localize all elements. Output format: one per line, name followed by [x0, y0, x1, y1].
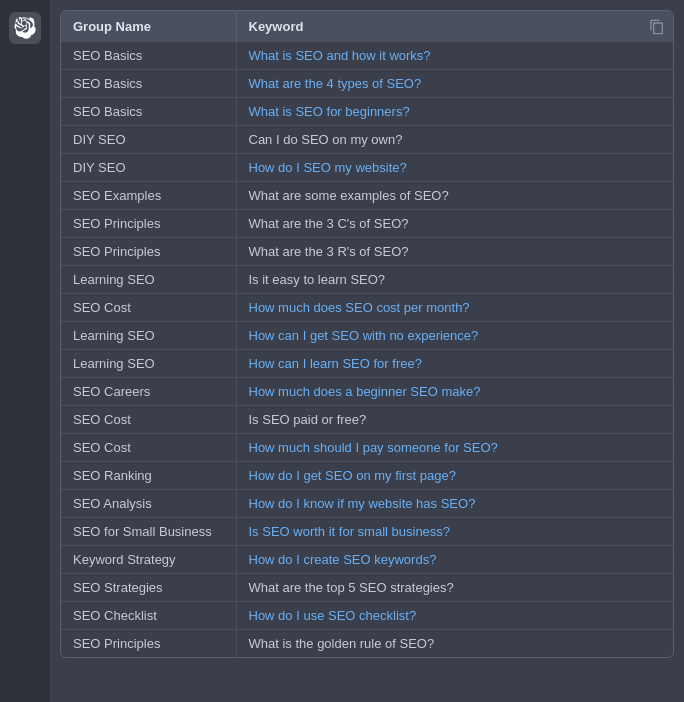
table-row: SEO BasicsWhat is SEO and how it works? — [61, 42, 673, 70]
cell-group-name: SEO Ranking — [61, 462, 236, 490]
table-row: SEO CostHow much does SEO cost per month… — [61, 294, 673, 322]
cell-keyword: Is it easy to learn SEO? — [236, 266, 673, 294]
copy-icon[interactable] — [649, 19, 665, 38]
cell-keyword: How much does SEO cost per month? — [236, 294, 673, 322]
app-logo[interactable] — [9, 12, 41, 44]
cell-group-name: SEO Strategies — [61, 574, 236, 602]
cell-group-name: Keyword Strategy — [61, 546, 236, 574]
table-row: Learning SEOIs it easy to learn SEO? — [61, 266, 673, 294]
cell-keyword: How do I create SEO keywords? — [236, 546, 673, 574]
cell-keyword: How do I use SEO checklist? — [236, 602, 673, 630]
cell-group-name: Learning SEO — [61, 322, 236, 350]
cell-group-name: SEO Cost — [61, 406, 236, 434]
cell-keyword: How can I learn SEO for free? — [236, 350, 673, 378]
cell-group-name: SEO Basics — [61, 42, 236, 70]
table-row: SEO StrategiesWhat are the top 5 SEO str… — [61, 574, 673, 602]
cell-group-name: SEO Cost — [61, 294, 236, 322]
cell-group-name: SEO Checklist — [61, 602, 236, 630]
cell-keyword: What are the 4 types of SEO? — [236, 70, 673, 98]
table-header-row: Group Name Keyword — [61, 11, 673, 42]
table-row: Keyword StrategyHow do I create SEO keyw… — [61, 546, 673, 574]
table-row: Learning SEOHow can I learn SEO for free… — [61, 350, 673, 378]
table-row: SEO for Small BusinessIs SEO worth it fo… — [61, 518, 673, 546]
table-row: SEO RankingHow do I get SEO on my first … — [61, 462, 673, 490]
table-row: DIY SEOCan I do SEO on my own? — [61, 126, 673, 154]
table-row: SEO CostIs SEO paid or free? — [61, 406, 673, 434]
cell-group-name: Learning SEO — [61, 266, 236, 294]
cell-group-name: SEO Cost — [61, 434, 236, 462]
sidebar — [0, 0, 50, 702]
cell-group-name: SEO Principles — [61, 630, 236, 658]
table-row: SEO PrinciplesWhat are the 3 C's of SEO? — [61, 210, 673, 238]
cell-keyword: What is the golden rule of SEO? — [236, 630, 673, 658]
keyword-table: Group Name Keyword SEO BasicsWhat is SEO… — [61, 11, 673, 657]
cell-group-name: SEO Principles — [61, 238, 236, 266]
cell-keyword: What are the 3 C's of SEO? — [236, 210, 673, 238]
table-row: DIY SEOHow do I SEO my website? — [61, 154, 673, 182]
cell-keyword: What is SEO and how it works? — [236, 42, 673, 70]
table-row: SEO AnalysisHow do I know if my website … — [61, 490, 673, 518]
main-content: Group Name Keyword SEO BasicsWhat is SEO… — [50, 0, 684, 702]
cell-keyword: How do I know if my website has SEO? — [236, 490, 673, 518]
cell-keyword: How much should I pay someone for SEO? — [236, 434, 673, 462]
cell-keyword: What are the 3 R's of SEO? — [236, 238, 673, 266]
table-row: SEO CostHow much should I pay someone fo… — [61, 434, 673, 462]
header-keyword: Keyword — [236, 11, 673, 42]
cell-keyword: How much does a beginner SEO make? — [236, 378, 673, 406]
cell-group-name: DIY SEO — [61, 154, 236, 182]
table-row: SEO PrinciplesWhat is the golden rule of… — [61, 630, 673, 658]
table-row: SEO CareersHow much does a beginner SEO … — [61, 378, 673, 406]
cell-group-name: SEO Basics — [61, 70, 236, 98]
cell-group-name: DIY SEO — [61, 126, 236, 154]
cell-group-name: SEO Principles — [61, 210, 236, 238]
table-row: SEO BasicsWhat is SEO for beginners? — [61, 98, 673, 126]
cell-keyword: How can I get SEO with no experience? — [236, 322, 673, 350]
cell-keyword: How do I get SEO on my first page? — [236, 462, 673, 490]
cell-group-name: SEO for Small Business — [61, 518, 236, 546]
cell-keyword: Can I do SEO on my own? — [236, 126, 673, 154]
cell-group-name: Learning SEO — [61, 350, 236, 378]
cell-group-name: SEO Examples — [61, 182, 236, 210]
cell-keyword: What is SEO for beginners? — [236, 98, 673, 126]
cell-keyword: What are some examples of SEO? — [236, 182, 673, 210]
table-row: SEO ChecklistHow do I use SEO checklist? — [61, 602, 673, 630]
cell-group-name: SEO Basics — [61, 98, 236, 126]
header-group-name: Group Name — [61, 11, 236, 42]
cell-group-name: SEO Analysis — [61, 490, 236, 518]
table-row: SEO ExamplesWhat are some examples of SE… — [61, 182, 673, 210]
cell-keyword: Is SEO worth it for small business? — [236, 518, 673, 546]
table-row: Learning SEOHow can I get SEO with no ex… — [61, 322, 673, 350]
table-row: SEO PrinciplesWhat are the 3 R's of SEO? — [61, 238, 673, 266]
cell-keyword: How do I SEO my website? — [236, 154, 673, 182]
cell-keyword: Is SEO paid or free? — [236, 406, 673, 434]
cell-group-name: SEO Careers — [61, 378, 236, 406]
cell-keyword: What are the top 5 SEO strategies? — [236, 574, 673, 602]
data-table-wrapper: Group Name Keyword SEO BasicsWhat is SEO… — [60, 10, 674, 658]
table-row: SEO BasicsWhat are the 4 types of SEO? — [61, 70, 673, 98]
